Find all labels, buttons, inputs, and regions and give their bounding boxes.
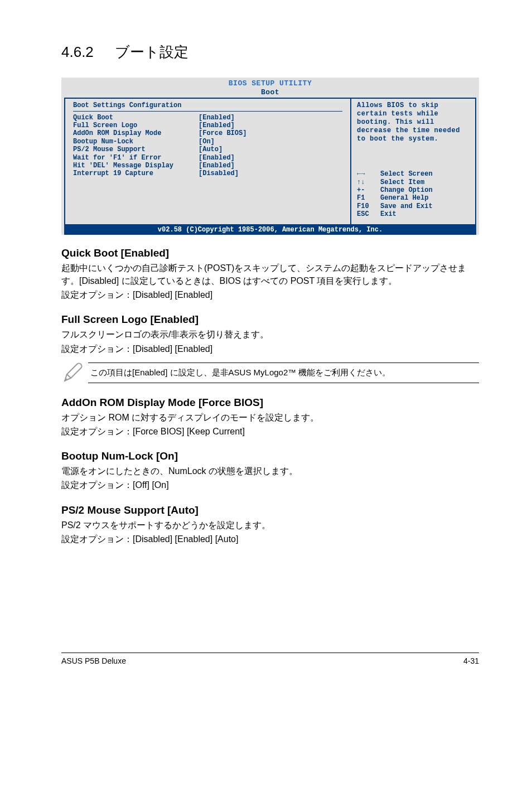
bios-screenshot: BIOS SETUP UTILITY Boot Boot Settings Co… (61, 78, 479, 235)
bios-help-text: Allows BIOS to skip certain tests while … (357, 102, 471, 143)
paragraph: 設定オプション：[Disabled] [Enabled] (61, 342, 479, 355)
paragraph: PS/2 マウスをサポートするかどうかを設定します。 (61, 519, 479, 532)
note-text: この項目は[Enabled] に設定し、是非ASUS MyLogo2™ 機能をご… (88, 363, 479, 383)
subheading-ps2-mouse: PS/2 Mouse Support [Auto] (61, 504, 479, 516)
paragraph: 設定オプション：[Disabled] [Enabled] [Auto] (61, 533, 479, 545)
bios-row: Quick Boot[Enabled] (73, 114, 342, 122)
bios-row: Full Screen Logo[Enabled] (73, 122, 342, 129)
footer-left: ASUS P5B Deluxe (61, 656, 126, 665)
bios-row: PS/2 Mouse Support[Auto] (73, 146, 342, 153)
bios-row: Interrupt 19 Capture[Disabled] (73, 170, 342, 177)
bios-section-title: Boot Settings Configuration (73, 102, 342, 109)
bios-nav-help: ←→Select Screen ↑↓Select Item +-Change O… (357, 170, 471, 218)
page-footer: ASUS P5B Deluxe 4-31 (61, 653, 479, 665)
pencil-icon (61, 362, 88, 384)
section-heading: 4.6.2 ブート設定 (61, 42, 479, 62)
paragraph: 起動中にいくつかの自己診断テスト(POST)をスキップして、システムの起動をスピ… (61, 262, 479, 287)
bios-copyright: v02.58 (C)Copyright 1985-2006, American … (64, 225, 476, 235)
footer-right: 4-31 (463, 656, 479, 665)
bios-row: Hit 'DEL' Message Display[Enabled] (73, 162, 342, 170)
subheading-quick-boot: Quick Boot [Enabled] (61, 247, 479, 259)
bios-row: Bootup Num-Lock[On] (73, 138, 342, 146)
subheading-addon-rom: AddOn ROM Display Mode [Force BIOS] (61, 397, 479, 409)
paragraph: オプション ROM に対するディスプレイのモードを設定します。 (61, 411, 479, 424)
bios-row: AddOn ROM Display Mode[Force BIOS] (73, 129, 342, 137)
paragraph: フルスクリーンロゴの表示/非表示を切り替えます。 (61, 328, 479, 341)
paragraph: 設定オプション：[Force BIOS] [Keep Current] (61, 425, 479, 438)
subheading-numlock: Bootup Num-Lock [On] (61, 450, 479, 462)
bios-banner: BIOS SETUP UTILITY (229, 79, 312, 88)
note-callout: この項目は[Enabled] に設定し、是非ASUS MyLogo2™ 機能をご… (61, 362, 479, 384)
paragraph: 設定オプション：[Disabled] [Enabled] (61, 288, 479, 301)
bios-row: Wait for 'F1' if Error[Enabled] (73, 154, 342, 162)
bios-tab-boot: Boot (258, 88, 283, 97)
paragraph: 設定オプション：[Off] [On] (61, 479, 479, 491)
subheading-full-screen-logo: Full Screen Logo [Enabled] (61, 313, 479, 326)
section-number: 4.6.2 (61, 44, 94, 61)
section-title: ブート設定 (115, 44, 188, 60)
paragraph: 電源をオンにしたときの、NumLock の状態を選択します。 (61, 465, 479, 477)
